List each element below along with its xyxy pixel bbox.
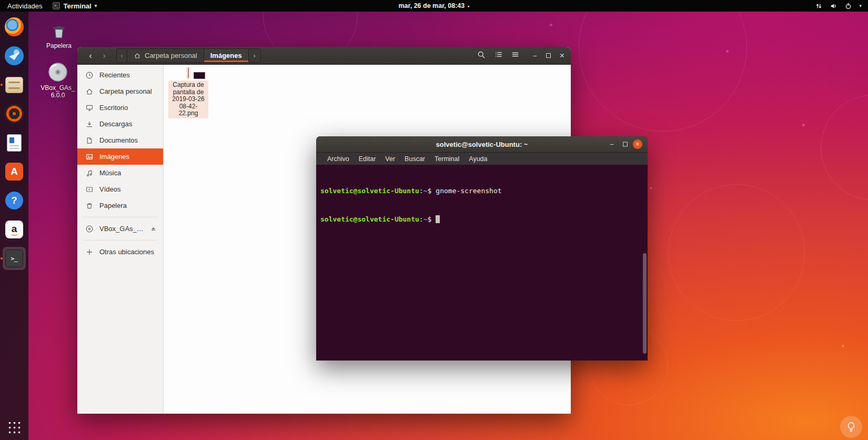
wallpaper-dot [842, 345, 844, 347]
power-icon [844, 2, 852, 10]
music-icon [85, 169, 94, 177]
back-button[interactable]: ‹ [84, 51, 97, 61]
sidebar-item-label: Imágenes [99, 153, 129, 161]
sidebar-item-vbox-cd[interactable]: VBox_GAs_… [77, 221, 163, 237]
desktop-icon-vbox-cd[interactable]: VBox_GAs_ 6.0.0 [41, 61, 75, 99]
terminal-icon: >_ [5, 249, 23, 267]
dock-item-terminal[interactable]: >_ [3, 247, 26, 270]
dock-item-amazon[interactable]: a [3, 218, 26, 241]
firefox-icon [5, 17, 24, 36]
vbox-label-line2: 6.0.0 [51, 92, 65, 99]
file-thumbnail-selection [186, 67, 190, 79]
video-icon [85, 185, 94, 194]
vbox-label-line1: VBox_GAs_ [41, 84, 75, 92]
file-name-label: Captura de pantalla de 2019-03-26 08-42-… [168, 81, 208, 118]
terminal-title-bar[interactable]: solvetic@solvetic-Ubuntu: ~ − × [316, 136, 648, 153]
prompt-symbol: $ [428, 187, 432, 195]
show-applications-button[interactable] [7, 421, 22, 435]
sidebar-item-label: Descargas [99, 120, 132, 128]
maximize-button[interactable] [546, 53, 551, 58]
menu-terminal[interactable]: Terminal [430, 155, 464, 163]
sidebar-item-label: VBox_GAs_… [99, 225, 144, 233]
clock[interactable]: mar, 26 de mar, 08:43 [398, 2, 465, 9]
path-segment-home[interactable]: Carpeta personal [127, 49, 204, 62]
file-item-screenshot[interactable]: Captura de pantalla de 2019-03-26 08-42-… [168, 67, 208, 118]
sidebar-item-documentos[interactable]: Documentos [77, 132, 163, 148]
notification-dot: ● [467, 4, 469, 8]
disc-icon [85, 225, 94, 233]
dock-item-libreoffice-writer[interactable] [3, 131, 26, 154]
close-button[interactable]: × [560, 52, 564, 60]
dock-item-firefox[interactable] [3, 15, 26, 38]
dock-item-rhythmbox[interactable] [3, 102, 26, 125]
cd-disc-icon [47, 61, 69, 83]
menu-buscar[interactable]: Buscar [400, 155, 430, 163]
hint-bubble-button[interactable] [840, 416, 862, 438]
close-button[interactable]: × [633, 139, 642, 149]
sidebar-item-otras-ubicaciones[interactable]: Otras ubicaciones [77, 244, 163, 260]
prompt-path: ~ [423, 215, 428, 223]
forward-button[interactable]: › [97, 51, 111, 61]
menu-editar[interactable]: Editar [354, 155, 381, 163]
dock-item-files[interactable] [3, 73, 26, 96]
desktop-icon [85, 104, 94, 112]
menu-archivo[interactable]: Archivo [322, 155, 354, 163]
network-icon [815, 2, 823, 10]
desktop-icon-trash[interactable]: Papelera [42, 22, 76, 50]
prompt-user-host: solvetic@solvetic-Ubuntu [320, 215, 419, 223]
system-status-area[interactable]: ▾ [815, 2, 868, 10]
desktop-icon-label: VBox_GAs_ 6.0.0 [41, 85, 75, 99]
image-icon [85, 153, 94, 161]
path-scroll-left-button[interactable]: ‹ [117, 49, 127, 62]
menu-ver[interactable]: Ver [380, 155, 400, 163]
download-icon [85, 120, 94, 128]
clock-icon [85, 71, 94, 79]
sidebar-item-videos[interactable]: Vídeos [77, 181, 163, 197]
minimize-button[interactable]: − [610, 141, 614, 148]
wallpaper-dot [802, 124, 805, 126]
wallpaper-dot [550, 24, 552, 26]
dock-item-ubuntu-software[interactable]: A [3, 160, 26, 183]
files-header-bar[interactable]: ‹ › ‹ Carpeta personal Imágenes › [77, 47, 571, 65]
maximize-button[interactable] [623, 142, 628, 147]
app-menu-button[interactable]: >_ Terminal ▾ [53, 2, 97, 10]
sidebar-item-imagenes[interactable]: Imágenes [77, 148, 163, 165]
path-segment-label: Imágenes [210, 52, 242, 59]
terminal-output[interactable]: solvetic@solvetic-Ubuntu:~$gnome-screens… [316, 165, 648, 361]
sidebar-separator [83, 217, 158, 217]
view-list-icon[interactable] [494, 51, 502, 61]
ubuntu-software-icon: A [5, 163, 23, 181]
path-scroll-right-button[interactable]: › [249, 49, 260, 62]
activities-button[interactable]: Actividades [5, 2, 44, 10]
chevron-down-icon: ▾ [859, 3, 862, 8]
volume-icon [830, 2, 837, 10]
prompt-user-host: solvetic@solvetic-Ubuntu [320, 187, 419, 195]
menu-ayuda[interactable]: Ayuda [464, 155, 492, 163]
app-menu-label: Terminal [63, 2, 91, 10]
sidebar-item-carpeta-personal[interactable]: Carpeta personal [77, 83, 163, 99]
search-icon[interactable] [477, 51, 486, 61]
typed-command: gnome-screenshot [436, 187, 501, 195]
sidebar-item-papelera[interactable]: Papelera [77, 197, 163, 214]
eject-icon[interactable] [150, 225, 157, 232]
libreoffice-writer-icon [7, 134, 22, 152]
sidebar-item-musica[interactable]: Música [77, 165, 163, 181]
sidebar-item-label: Recientes [99, 71, 130, 79]
terminal-scrollbar-thumb[interactable] [643, 253, 647, 354]
terminal-line: solvetic@solvetic-Ubuntu:~$gnome-screens… [320, 186, 643, 196]
dock-item-help[interactable]: ? [3, 189, 26, 212]
dock: A ? a >_ [0, 12, 28, 440]
dock-item-thunderbird[interactable] [3, 44, 26, 67]
top-bar: Actividades >_ Terminal ▾ mar, 26 de mar… [0, 0, 868, 12]
document-icon [85, 136, 94, 145]
sidebar-item-descargas[interactable]: Descargas [77, 116, 163, 132]
sidebar-item-label: Vídeos [99, 185, 120, 193]
path-segment-current[interactable]: Imágenes [204, 49, 249, 62]
hamburger-menu-icon[interactable] [511, 51, 519, 61]
terminal-app-icon: >_ [53, 2, 60, 9]
sidebar-item-recientes[interactable]: Recientes [77, 67, 163, 83]
minimize-button[interactable]: − [532, 52, 537, 59]
sidebar-item-label: Carpeta personal [99, 87, 152, 95]
sidebar-item-escritorio[interactable]: Escritorio [77, 99, 163, 116]
sidebar-separator [83, 240, 158, 241]
